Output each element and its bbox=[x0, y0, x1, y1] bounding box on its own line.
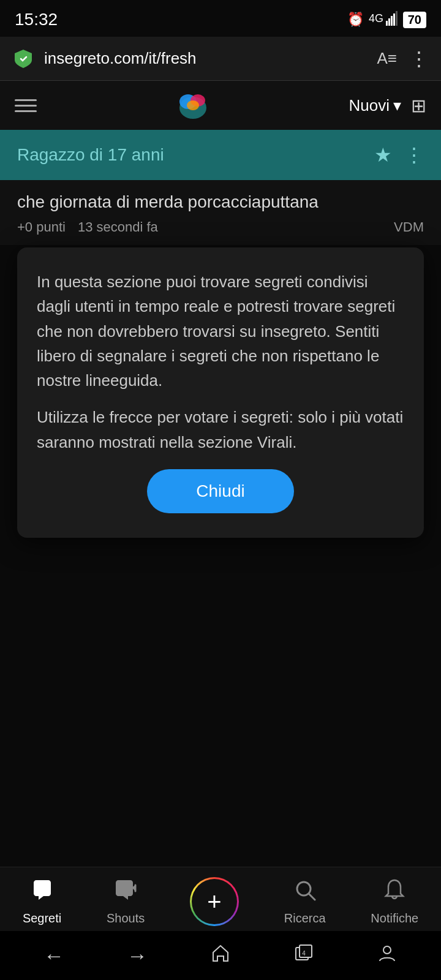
signal-icon: 4G bbox=[369, 10, 398, 30]
post-preview: che giornata di merda porcacciaputtana +… bbox=[0, 180, 441, 245]
shouts-icon bbox=[113, 878, 138, 908]
search-icon bbox=[293, 878, 317, 908]
bottom-navigation: Segreti Shouts + Ricerca bbox=[0, 867, 441, 931]
post-meta: +0 punti 13 secondi fa VDM bbox=[17, 219, 424, 235]
svg-point-15 bbox=[383, 946, 391, 954]
status-bar: 15:32 ⏰ 4G 70 bbox=[0, 0, 441, 37]
forward-button[interactable]: → bbox=[121, 938, 154, 974]
svg-rect-2 bbox=[388, 18, 390, 26]
svg-point-9 bbox=[187, 100, 199, 110]
app-logo bbox=[175, 87, 211, 124]
shouts-label: Shouts bbox=[107, 911, 145, 925]
category-title: Ragazzo di 17 anni bbox=[17, 145, 164, 165]
svg-rect-4 bbox=[393, 13, 395, 26]
svg-rect-3 bbox=[391, 16, 393, 26]
header-right: Nuovi ▾ ⊞ bbox=[349, 95, 426, 116]
tabs-button[interactable]: 4 bbox=[287, 937, 320, 974]
modal-paragraph-2: Utilizza le frecce per votare i segreti:… bbox=[37, 405, 404, 454]
nuovi-dropdown[interactable]: Nuovi ▾ bbox=[349, 96, 401, 115]
status-icons: ⏰ 4G 70 bbox=[347, 10, 426, 30]
browser-menu-icon[interactable]: ⋮ bbox=[409, 47, 429, 70]
battery-icon: 70 bbox=[403, 12, 426, 28]
post-tag: VDM bbox=[394, 219, 424, 235]
nuovi-label: Nuovi bbox=[349, 96, 390, 115]
post-points: +0 punti bbox=[17, 219, 66, 235]
hamburger-menu[interactable] bbox=[15, 99, 37, 112]
status-time: 15:32 bbox=[15, 10, 58, 29]
ricerca-label: Ricerca bbox=[284, 911, 326, 925]
svg-text:4: 4 bbox=[302, 950, 306, 957]
post-time: 13 secondi fa bbox=[78, 219, 158, 235]
segreti-icon bbox=[30, 878, 55, 908]
notification-icon bbox=[382, 878, 407, 908]
home-button[interactable] bbox=[204, 937, 237, 974]
svg-rect-5 bbox=[396, 11, 398, 26]
app-header: Nuovi ▾ ⊞ bbox=[0, 81, 441, 130]
category-banner: Ragazzo di 17 anni ★ ⋮ bbox=[0, 130, 441, 180]
account-button[interactable] bbox=[371, 937, 404, 974]
segreti-label: Segreti bbox=[23, 911, 61, 925]
chevron-down-icon: ▾ bbox=[393, 96, 401, 115]
close-modal-button[interactable]: Chiudi bbox=[147, 469, 293, 513]
banner-actions: ★ ⋮ bbox=[374, 143, 424, 167]
notifiche-label: Notifiche bbox=[371, 911, 418, 925]
alarm-icon: ⏰ bbox=[347, 12, 364, 28]
favorite-icon[interactable]: ★ bbox=[374, 143, 392, 167]
modal-container: In questa sezione puoi trovare segreti c… bbox=[0, 245, 441, 550]
nav-item-segreti[interactable]: Segreti bbox=[23, 878, 61, 925]
text-format-icon[interactable]: A≡ bbox=[377, 49, 397, 68]
svg-rect-13 bbox=[300, 945, 312, 957]
browser-url[interactable]: insegreto.com/it/fresh bbox=[44, 49, 367, 68]
nav-item-notifiche[interactable]: Notifiche bbox=[371, 878, 418, 925]
svg-rect-1 bbox=[386, 21, 388, 26]
add-button[interactable]: + bbox=[190, 877, 239, 926]
modal-body: In questa sezione puoi trovare segreti c… bbox=[37, 270, 404, 454]
shield-icon bbox=[12, 48, 34, 70]
post-content: che giornata di merda porcacciaputtana bbox=[17, 192, 424, 212]
android-navigation: ← → 4 bbox=[0, 931, 441, 980]
plus-icon: + bbox=[207, 889, 221, 914]
back-button[interactable]: ← bbox=[37, 938, 70, 974]
filter-icon[interactable]: ⊞ bbox=[411, 95, 426, 116]
info-modal: In questa sezione puoi trovare segreti c… bbox=[17, 247, 424, 538]
browser-actions: A≡ ⋮ bbox=[377, 47, 429, 70]
nav-item-shouts[interactable]: Shouts bbox=[107, 878, 145, 925]
svg-text:4G: 4G bbox=[369, 12, 383, 24]
nav-item-ricerca[interactable]: Ricerca bbox=[284, 878, 326, 925]
svg-line-11 bbox=[309, 894, 315, 900]
more-options-icon[interactable]: ⋮ bbox=[404, 143, 424, 167]
browser-bar: insegreto.com/it/fresh A≡ ⋮ bbox=[0, 37, 441, 81]
dark-background bbox=[0, 550, 441, 722]
modal-paragraph-1: In questa sezione puoi trovare segreti c… bbox=[37, 270, 404, 393]
